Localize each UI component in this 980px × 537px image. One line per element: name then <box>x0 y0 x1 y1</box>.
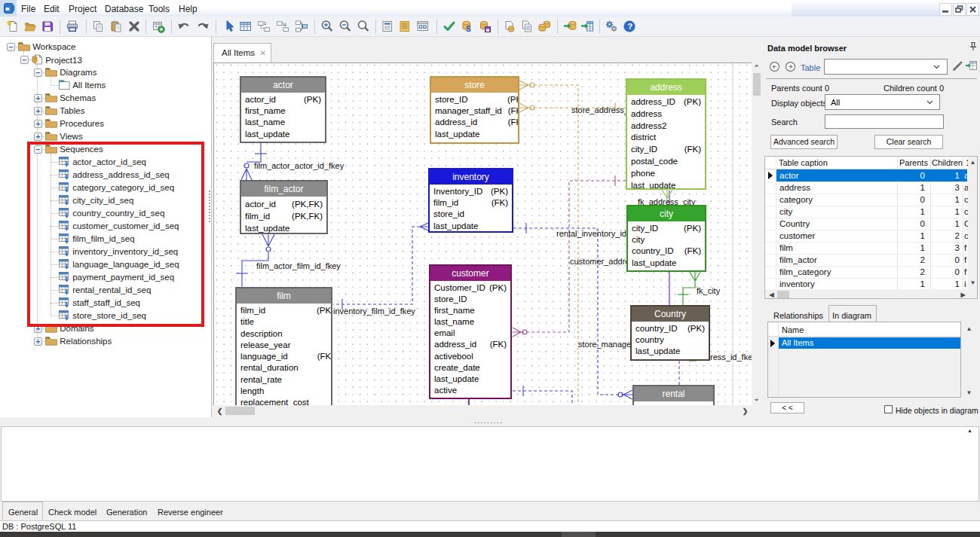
svg-text:S: S <box>466 25 471 33</box>
svg-text:n: n <box>283 23 286 27</box>
svg-text:?: ? <box>627 22 632 31</box>
svg-text:1: 1 <box>264 21 267 26</box>
